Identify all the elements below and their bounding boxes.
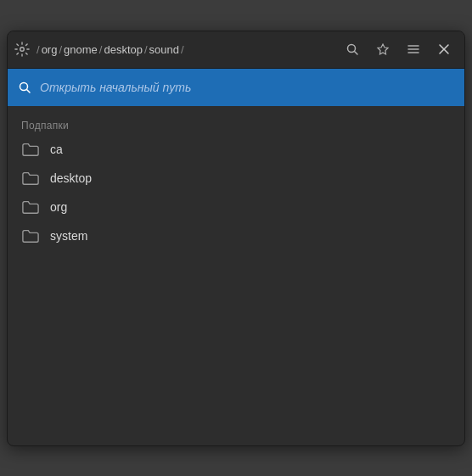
svg-marker-3 — [378, 44, 388, 54]
close-button[interactable] — [430, 36, 458, 63]
folder-icon — [21, 169, 40, 188]
search-input[interactable] — [40, 81, 454, 94]
settings-icon — [14, 42, 30, 57]
folder-item-system[interactable]: system — [8, 221, 464, 250]
breadcrumb-org[interactable]: org — [42, 43, 58, 56]
breadcrumb-area: / org / gnome / desktop / sound / — [14, 42, 339, 57]
svg-point-0 — [20, 48, 25, 52]
breadcrumb-sep-3: / — [144, 43, 148, 56]
folder-name-system: system — [50, 229, 87, 243]
svg-line-2 — [355, 52, 358, 55]
folder-name-ca: ca — [50, 143, 63, 156]
bookmark-button[interactable] — [369, 36, 396, 63]
folder-icon — [21, 198, 40, 216]
window: / org / gnome / desktop / sound / — [7, 31, 465, 446]
breadcrumb-sep-0: / — [37, 43, 40, 56]
folder-item-ca[interactable]: ca — [8, 135, 464, 164]
breadcrumb-gnome[interactable]: gnome — [64, 43, 98, 56]
folder-item-org[interactable]: org — [8, 193, 464, 221]
titlebar-actions — [339, 36, 458, 63]
breadcrumb-sep-2: / — [99, 43, 103, 56]
menu-button[interactable] — [400, 36, 427, 63]
titlebar: / org / gnome / desktop / sound / — [8, 31, 464, 69]
folder-name-org: org — [50, 200, 67, 214]
folder-name-desktop: desktop — [50, 171, 92, 185]
search-bar — [8, 69, 464, 106]
search-button[interactable] — [339, 36, 366, 63]
folder-item-desktop[interactable]: desktop — [8, 164, 464, 193]
subfolders-section-label: Подпапки — [8, 115, 464, 135]
content-area: Подпапки ca desktop org — [8, 106, 464, 445]
breadcrumb-sep-1: / — [59, 43, 62, 56]
svg-line-10 — [27, 89, 31, 92]
breadcrumb-sep-4: / — [181, 43, 184, 56]
folder-icon — [21, 140, 40, 159]
breadcrumb-sound[interactable]: sound — [149, 43, 179, 56]
search-icon — [18, 81, 31, 94]
folder-icon — [21, 227, 40, 245]
breadcrumb-desktop[interactable]: desktop — [104, 43, 143, 56]
